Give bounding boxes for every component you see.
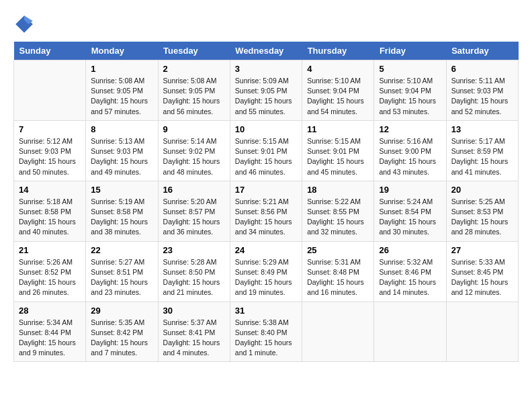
header-cell-saturday: Saturday: [446, 42, 518, 60]
page-header: [13, 13, 519, 35]
day-info: Sunrise: 5:27 AM Sunset: 8:51 PM Dayligh…: [91, 257, 152, 298]
calendar-week-1: 1Sunrise: 5:08 AM Sunset: 9:05 PM Daylig…: [14, 60, 519, 121]
calendar-cell: 28Sunrise: 5:34 AM Sunset: 8:44 PM Dayli…: [14, 302, 86, 362]
day-number: 28: [19, 306, 81, 316]
day-number: 26: [379, 245, 441, 255]
day-number: 21: [19, 245, 81, 255]
calendar-cell: [446, 302, 518, 362]
header-cell-wednesday: Wednesday: [230, 42, 302, 60]
day-number: 4: [307, 64, 369, 74]
day-info: Sunrise: 5:17 AM Sunset: 8:59 PM Dayligh…: [451, 136, 513, 177]
calendar-cell: 26Sunrise: 5:32 AM Sunset: 8:46 PM Dayli…: [374, 241, 446, 302]
calendar-cell: 16Sunrise: 5:20 AM Sunset: 8:57 PM Dayli…: [158, 181, 230, 241]
day-number: 23: [163, 245, 225, 255]
calendar-cell: 30Sunrise: 5:37 AM Sunset: 8:41 PM Dayli…: [158, 302, 230, 362]
calendar-cell: 3Sunrise: 5:09 AM Sunset: 9:05 PM Daylig…: [230, 60, 302, 121]
day-number: 15: [91, 185, 152, 195]
header-row: SundayMondayTuesdayWednesdayThursdayFrid…: [14, 42, 519, 60]
day-number: 9: [163, 124, 225, 134]
day-info: Sunrise: 5:26 AM Sunset: 8:52 PM Dayligh…: [19, 257, 81, 298]
calendar-week-3: 14Sunrise: 5:18 AM Sunset: 8:58 PM Dayli…: [14, 181, 519, 241]
calendar-cell: 18Sunrise: 5:22 AM Sunset: 8:55 PM Dayli…: [302, 181, 374, 241]
calendar-cell: 15Sunrise: 5:19 AM Sunset: 8:58 PM Dayli…: [86, 181, 158, 241]
day-info: Sunrise: 5:11 AM Sunset: 9:03 PM Dayligh…: [451, 76, 513, 117]
day-number: 12: [379, 124, 441, 134]
day-info: Sunrise: 5:10 AM Sunset: 9:04 PM Dayligh…: [379, 76, 441, 117]
calendar-cell: 31Sunrise: 5:38 AM Sunset: 8:40 PM Dayli…: [230, 302, 302, 362]
calendar-cell: 29Sunrise: 5:35 AM Sunset: 8:42 PM Dayli…: [86, 302, 158, 362]
logo-icon: [13, 13, 35, 35]
day-number: 6: [451, 64, 513, 74]
calendar-cell: 25Sunrise: 5:31 AM Sunset: 8:48 PM Dayli…: [302, 241, 374, 302]
day-info: Sunrise: 5:12 AM Sunset: 9:03 PM Dayligh…: [19, 136, 81, 177]
header-cell-monday: Monday: [86, 42, 158, 60]
day-info: Sunrise: 5:21 AM Sunset: 8:56 PM Dayligh…: [235, 197, 297, 238]
calendar-cell: 27Sunrise: 5:33 AM Sunset: 8:45 PM Dayli…: [446, 241, 518, 302]
calendar-cell: 23Sunrise: 5:28 AM Sunset: 8:50 PM Dayli…: [158, 241, 230, 302]
day-number: 18: [307, 185, 369, 195]
day-info: Sunrise: 5:08 AM Sunset: 9:05 PM Dayligh…: [91, 76, 152, 117]
day-info: Sunrise: 5:24 AM Sunset: 8:54 PM Dayligh…: [379, 197, 441, 238]
day-number: 8: [91, 124, 152, 134]
calendar-body: 1Sunrise: 5:08 AM Sunset: 9:05 PM Daylig…: [14, 60, 519, 362]
day-info: Sunrise: 5:32 AM Sunset: 8:46 PM Dayligh…: [379, 257, 441, 298]
day-number: 16: [163, 185, 225, 195]
day-info: Sunrise: 5:29 AM Sunset: 8:49 PM Dayligh…: [235, 257, 297, 298]
day-number: 10: [235, 124, 297, 134]
calendar-cell: [374, 302, 446, 362]
calendar-cell: 12Sunrise: 5:16 AM Sunset: 9:00 PM Dayli…: [374, 120, 446, 181]
day-number: 7: [19, 124, 81, 134]
calendar-week-4: 21Sunrise: 5:26 AM Sunset: 8:52 PM Dayli…: [14, 241, 519, 302]
day-number: 24: [235, 245, 297, 255]
day-info: Sunrise: 5:13 AM Sunset: 9:03 PM Dayligh…: [91, 136, 152, 177]
calendar-cell: 19Sunrise: 5:24 AM Sunset: 8:54 PM Dayli…: [374, 181, 446, 241]
day-info: Sunrise: 5:15 AM Sunset: 9:01 PM Dayligh…: [235, 136, 297, 177]
day-number: 2: [163, 64, 225, 74]
day-number: 22: [91, 245, 152, 255]
day-info: Sunrise: 5:14 AM Sunset: 9:02 PM Dayligh…: [163, 136, 225, 177]
calendar-cell: 17Sunrise: 5:21 AM Sunset: 8:56 PM Dayli…: [230, 181, 302, 241]
header-cell-friday: Friday: [374, 42, 446, 60]
header-cell-sunday: Sunday: [14, 42, 86, 60]
day-number: 30: [163, 306, 225, 316]
day-number: 25: [307, 245, 369, 255]
day-info: Sunrise: 5:38 AM Sunset: 8:40 PM Dayligh…: [235, 318, 297, 359]
calendar-week-5: 28Sunrise: 5:34 AM Sunset: 8:44 PM Dayli…: [14, 302, 519, 362]
calendar-table: SundayMondayTuesdayWednesdayThursdayFrid…: [13, 42, 519, 362]
calendar-cell: [302, 302, 374, 362]
day-number: 13: [451, 124, 513, 134]
day-number: 11: [307, 124, 369, 134]
day-info: Sunrise: 5:10 AM Sunset: 9:04 PM Dayligh…: [307, 76, 369, 117]
calendar-cell: 11Sunrise: 5:15 AM Sunset: 9:01 PM Dayli…: [302, 120, 374, 181]
calendar-cell: 5Sunrise: 5:10 AM Sunset: 9:04 PM Daylig…: [374, 60, 446, 121]
calendar-cell: [14, 60, 86, 121]
calendar-cell: 21Sunrise: 5:26 AM Sunset: 8:52 PM Dayli…: [14, 241, 86, 302]
day-number: 19: [379, 185, 441, 195]
day-number: 17: [235, 185, 297, 195]
calendar-cell: 24Sunrise: 5:29 AM Sunset: 8:49 PM Dayli…: [230, 241, 302, 302]
calendar-header: SundayMondayTuesdayWednesdayThursdayFrid…: [14, 42, 519, 60]
calendar-cell: 20Sunrise: 5:25 AM Sunset: 8:53 PM Dayli…: [446, 181, 518, 241]
day-number: 31: [235, 306, 297, 316]
day-info: Sunrise: 5:25 AM Sunset: 8:53 PM Dayligh…: [451, 197, 513, 238]
header-cell-thursday: Thursday: [302, 42, 374, 60]
day-number: 29: [91, 306, 152, 316]
day-info: Sunrise: 5:34 AM Sunset: 8:44 PM Dayligh…: [19, 318, 81, 359]
day-number: 1: [91, 64, 152, 74]
calendar-cell: 8Sunrise: 5:13 AM Sunset: 9:03 PM Daylig…: [86, 120, 158, 181]
calendar-cell: 1Sunrise: 5:08 AM Sunset: 9:05 PM Daylig…: [86, 60, 158, 121]
day-number: 3: [235, 64, 297, 74]
day-info: Sunrise: 5:28 AM Sunset: 8:50 PM Dayligh…: [163, 257, 225, 298]
day-info: Sunrise: 5:33 AM Sunset: 8:45 PM Dayligh…: [451, 257, 513, 298]
day-info: Sunrise: 5:22 AM Sunset: 8:55 PM Dayligh…: [307, 197, 369, 238]
day-info: Sunrise: 5:31 AM Sunset: 8:48 PM Dayligh…: [307, 257, 369, 298]
header-cell-tuesday: Tuesday: [158, 42, 230, 60]
day-info: Sunrise: 5:35 AM Sunset: 8:42 PM Dayligh…: [91, 318, 152, 359]
day-info: Sunrise: 5:16 AM Sunset: 9:00 PM Dayligh…: [379, 136, 441, 177]
day-number: 14: [19, 185, 81, 195]
calendar-week-2: 7Sunrise: 5:12 AM Sunset: 9:03 PM Daylig…: [14, 120, 519, 181]
day-info: Sunrise: 5:08 AM Sunset: 9:05 PM Dayligh…: [163, 76, 225, 117]
calendar-cell: 7Sunrise: 5:12 AM Sunset: 9:03 PM Daylig…: [14, 120, 86, 181]
day-info: Sunrise: 5:18 AM Sunset: 8:58 PM Dayligh…: [19, 197, 81, 238]
logo: [13, 13, 38, 35]
